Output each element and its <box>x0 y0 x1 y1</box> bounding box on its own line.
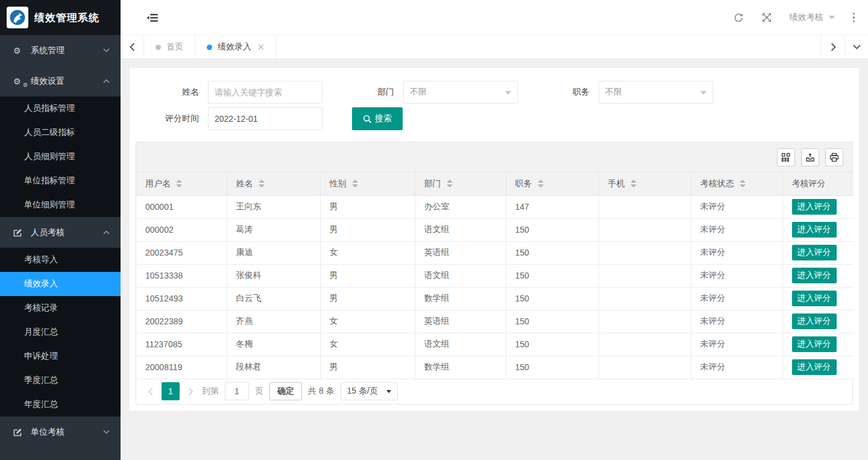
enter-score-button[interactable]: 进入评分 <box>792 199 837 215</box>
sidebar-group-label: 系统管理 <box>31 45 103 56</box>
enter-score-button[interactable]: 进入评分 <box>792 268 837 283</box>
score-date-input[interactable] <box>208 107 322 130</box>
table-row: 10513338张俊科男语文组150未评分 进入评分 <box>136 264 854 287</box>
cell-name: 段林君 <box>227 356 320 379</box>
sidebar-group-label: 单位考核 <box>31 427 103 438</box>
sidebar-item-label: 单位指标管理 <box>24 175 75 186</box>
column-header-username[interactable]: 用户名 <box>136 172 227 195</box>
enter-score-button[interactable]: 进入评分 <box>792 359 837 375</box>
sidebar-item-assessment-import[interactable]: 考核导入 <box>0 248 121 272</box>
search-button[interactable]: 搜索 <box>352 107 403 130</box>
cell-action: 进入评分 <box>782 356 854 379</box>
enter-score-button[interactable]: 进入评分 <box>792 222 837 238</box>
enter-score-button[interactable]: 进入评分 <box>792 336 837 352</box>
sidebar-fold-icon[interactable] <box>146 13 158 22</box>
tabs-scroll-left-icon[interactable] <box>121 36 144 58</box>
cell-status: 未评分 <box>691 218 782 241</box>
tabs-scroll-right-icon[interactable] <box>821 36 844 58</box>
tabs-menu-icon[interactable] <box>844 36 868 58</box>
print-icon[interactable] <box>825 148 843 166</box>
tab-home[interactable]: 首页 <box>144 36 195 58</box>
sidebar-group-performance-settings[interactable]: ⚙⚙ 绩效设置 <box>0 66 121 96</box>
cell-username: 20022389 <box>136 310 227 333</box>
cell-department: 语文组 <box>415 264 506 287</box>
sidebar-item-label: 绩效录入 <box>24 279 58 289</box>
cell-department: 数学组 <box>415 356 506 379</box>
cell-department: 办公室 <box>415 195 506 218</box>
export-icon[interactable] <box>801 148 819 166</box>
goto-page-input[interactable] <box>225 382 249 400</box>
sidebar-item-quarterly-summary[interactable]: 季度汇总 <box>0 368 121 392</box>
results-table: 用户名 姓名 性别 部门 职务 手机 考核状态 考核评分 <box>136 172 854 379</box>
column-header-assessment-status[interactable]: 考核状态 <box>691 172 782 195</box>
name-search-input[interactable] <box>208 81 322 104</box>
cell-job: 150 <box>506 264 599 287</box>
refresh-icon[interactable] <box>734 13 744 23</box>
page-size-select[interactable]: 15 条/页 <box>341 382 398 400</box>
enter-score-button[interactable]: 进入评分 <box>792 245 837 260</box>
column-header-job[interactable]: 职务 <box>506 172 599 195</box>
table-row: 11237085冬梅女语文组150未评分 进入评分 <box>136 333 854 356</box>
sidebar-item-assessment-records[interactable]: 考核记录 <box>0 296 121 320</box>
sidebar-item-person-indicator-mgmt[interactable]: 人员指标管理 <box>0 96 121 121</box>
sidebar-item-unit-indicator-mgmt[interactable]: 单位指标管理 <box>0 169 121 193</box>
sort-icon[interactable] <box>447 180 453 187</box>
cell-action: 进入评分 <box>782 310 854 333</box>
filter-job: 职务 不限 <box>532 81 713 104</box>
column-header-name[interactable]: 姓名 <box>227 172 320 195</box>
sidebar-item-annual-summary[interactable]: 年度汇总 <box>0 392 121 417</box>
more-options-icon[interactable] <box>853 13 855 23</box>
sidebar-group-person-assessment[interactable]: 人员考核 <box>0 217 121 248</box>
confirm-page-button[interactable]: 确定 <box>269 382 302 400</box>
column-header-department[interactable]: 部门 <box>415 172 506 195</box>
prev-page-icon[interactable] <box>145 388 156 395</box>
close-icon[interactable] <box>258 44 264 50</box>
next-page-icon[interactable] <box>186 388 196 395</box>
department-field-label: 部门 <box>337 87 394 98</box>
sidebar-item-performance-entry[interactable]: 绩效录入 <box>0 272 121 296</box>
enter-score-button[interactable]: 进入评分 <box>792 313 837 329</box>
sidebar-item-label: 单位细则管理 <box>24 200 75 210</box>
sidebar-group-system[interactable]: ⚙ 系统管理 <box>0 35 121 66</box>
fullscreen-icon[interactable] <box>762 13 772 22</box>
user-menu[interactable]: 绩效考核 <box>790 12 835 23</box>
sort-icon[interactable] <box>538 180 544 187</box>
total-count-label: 共 8 条 <box>308 386 335 397</box>
cell-phone <box>599 356 691 379</box>
sort-icon[interactable] <box>176 180 182 187</box>
cell-gender: 女 <box>320 333 415 356</box>
goto-page-label: 到第 <box>202 386 219 397</box>
sort-icon[interactable] <box>740 180 746 187</box>
cell-name: 张俊科 <box>227 264 320 287</box>
cell-gender: 男 <box>320 264 415 287</box>
column-header-phone[interactable]: 手机 <box>599 172 691 195</box>
department-select[interactable]: 不限 <box>403 81 518 104</box>
sidebar-group-label: 绩效设置 <box>31 76 103 87</box>
cell-phone <box>599 287 691 310</box>
sidebar-item-appeal-handling[interactable]: 申诉处理 <box>0 344 121 368</box>
app-title: 绩效管理系统 <box>34 11 99 25</box>
job-select[interactable]: 不限 <box>599 81 713 104</box>
enter-score-button[interactable]: 进入评分 <box>792 291 837 306</box>
sidebar-item-person-rule-mgmt[interactable]: 人员细则管理 <box>0 145 121 169</box>
column-header-gender[interactable]: 性别 <box>320 172 415 195</box>
sidebar-item-person-secondary-indicator[interactable]: 人员二级指标 <box>0 121 121 145</box>
cell-name: 康迪 <box>227 241 320 264</box>
tab-performance-entry[interactable]: 绩效录入 <box>195 36 276 58</box>
tab-status-dot <box>156 45 161 50</box>
cell-username: 11237085 <box>136 333 227 356</box>
table-block: 用户名 姓名 性别 部门 职务 手机 考核状态 考核评分 <box>136 142 853 405</box>
filter-columns-icon[interactable] <box>777 148 795 166</box>
sidebar-item-unit-rule-mgmt[interactable]: 单位细则管理 <box>0 193 121 217</box>
cell-username: 10512493 <box>136 287 227 310</box>
cell-action: 进入评分 <box>782 195 854 218</box>
sidebar-menu: ⚙ 系统管理 ⚙⚙ 绩效设置 人员指标管理 人员二级指标 人员细则管理 单位指标… <box>0 35 121 460</box>
current-page-button[interactable]: 1 <box>162 382 180 400</box>
sort-icon[interactable] <box>352 180 358 187</box>
sort-icon[interactable] <box>259 180 265 187</box>
sort-icon[interactable] <box>631 180 637 187</box>
sidebar-item-monthly-summary[interactable]: 月度汇总 <box>0 320 121 344</box>
app-logo: 绩效管理系统 <box>0 0 121 35</box>
sidebar-group-unit-assessment[interactable]: 单位考核 <box>0 417 121 447</box>
app-logo-icon <box>7 7 28 28</box>
